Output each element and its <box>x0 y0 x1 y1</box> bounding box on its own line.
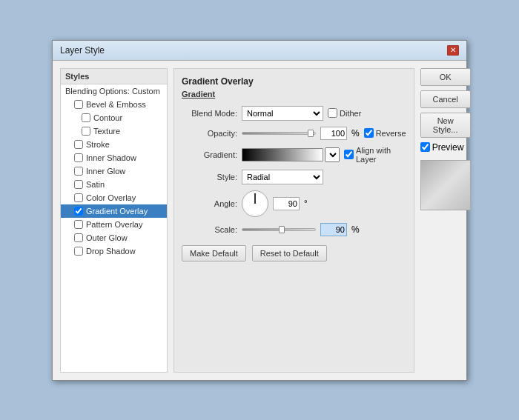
satin-checkbox[interactable] <box>74 180 83 189</box>
right-panel: OK Cancel New Style... Preview <box>420 68 471 373</box>
inner-shadow-label: Inner Shadow <box>86 153 136 162</box>
gradient-label: Gradient: <box>182 150 237 159</box>
color-overlay-label: Color Overlay <box>86 193 136 202</box>
angle-row: Angle: ° <box>182 190 406 217</box>
sidebar-item-contour[interactable]: Contour <box>61 111 167 124</box>
opacity-label: Opacity: <box>182 129 237 138</box>
gradient-preview[interactable] <box>242 148 323 161</box>
drop-shadow-checkbox[interactable] <box>74 247 83 256</box>
scale-slider[interactable] <box>242 228 316 231</box>
bevel-emboss-label: Bevel & Emboss <box>86 100 146 109</box>
opacity-unit: % <box>351 128 360 139</box>
sidebar-item-inner-shadow[interactable]: Inner Shadow <box>61 151 167 164</box>
gradient-controls: ▼ Align with Layer <box>242 146 406 164</box>
pattern-overlay-checkbox[interactable] <box>74 220 83 229</box>
outer-glow-label: Outer Glow <box>86 233 128 242</box>
inner-glow-checkbox[interactable] <box>74 167 83 176</box>
gradient-overlay-checkbox[interactable] <box>74 207 83 216</box>
left-panel-header: Styles <box>61 69 167 84</box>
reverse-label[interactable]: Reverse <box>364 128 406 138</box>
button-row: Make Default Reset to Default <box>182 245 406 261</box>
left-panel: Styles Blending Options: Custom Bevel & … <box>60 68 168 373</box>
sidebar-item-blending-options[interactable]: Blending Options: Custom <box>61 84 167 98</box>
satin-label: Satin <box>86 180 105 189</box>
section-title: Gradient Overlay <box>182 76 406 87</box>
blend-mode-row: Blend Mode: Normal Dither <box>182 106 406 121</box>
style-row: Style: Radial <box>182 170 406 184</box>
contour-checkbox[interactable] <box>82 113 90 122</box>
angle-controls: ° <box>242 190 406 217</box>
blending-options-label: Blending Options: Custom <box>65 87 160 96</box>
angle-unit: ° <box>304 199 308 209</box>
sidebar-item-pattern-overlay[interactable]: Pattern Overlay <box>61 218 167 231</box>
drop-shadow-label: Drop Shadow <box>86 247 136 256</box>
pattern-overlay-label: Pattern Overlay <box>86 220 142 229</box>
sidebar-item-gradient-overlay[interactable]: Gradient Overlay <box>61 204 167 218</box>
sidebar-item-color-overlay[interactable]: Color Overlay <box>61 191 167 204</box>
opacity-row: Opacity: % Reverse <box>182 127 406 140</box>
texture-label: Texture <box>93 127 120 136</box>
close-button[interactable]: ✕ <box>447 45 459 56</box>
align-layer-label[interactable]: Align with Layer <box>344 146 406 164</box>
scale-unit: % <box>351 224 360 235</box>
stroke-checkbox[interactable] <box>74 140 83 149</box>
preview-label: Preview <box>432 142 464 153</box>
angle-input[interactable] <box>273 197 300 210</box>
dither-label[interactable]: Dither <box>328 108 361 118</box>
preview-row: Preview <box>420 142 471 153</box>
new-style-button[interactable]: New Style... <box>420 113 471 138</box>
make-default-button[interactable]: Make Default <box>182 245 246 261</box>
sidebar-item-outer-glow[interactable]: Outer Glow <box>61 231 167 244</box>
opacity-slider[interactable] <box>242 132 316 135</box>
scale-thumb[interactable] <box>279 226 285 233</box>
color-overlay-checkbox[interactable] <box>74 193 83 202</box>
scale-controls: % <box>242 223 406 236</box>
angle-dial[interactable] <box>242 190 268 217</box>
gradient-dropdown[interactable]: ▼ <box>325 147 340 162</box>
texture-checkbox[interactable] <box>82 127 90 136</box>
opacity-thumb[interactable] <box>308 130 314 137</box>
scale-input[interactable] <box>320 223 347 236</box>
gradient-row: Gradient: ▼ Align with Layer <box>182 146 406 164</box>
dialog-title: Layer Style <box>60 45 105 56</box>
preview-box <box>420 160 471 210</box>
outer-glow-checkbox[interactable] <box>74 233 83 242</box>
dither-checkbox[interactable] <box>328 108 337 118</box>
layer-style-dialog: Layer Style ✕ Styles Blending Options: C… <box>52 40 467 381</box>
blend-mode-label: Blend Mode: <box>182 109 237 118</box>
bevel-emboss-checkbox[interactable] <box>74 100 83 109</box>
style-select[interactable]: Radial <box>242 170 323 184</box>
inner-glow-label: Inner Glow <box>86 167 125 176</box>
reset-default-button[interactable]: Reset to Default <box>252 245 327 261</box>
style-label: Style: <box>182 173 237 181</box>
blend-mode-select[interactable]: Normal <box>242 106 323 121</box>
sidebar-item-satin[interactable]: Satin <box>61 178 167 191</box>
align-layer-checkbox[interactable] <box>344 150 354 159</box>
reverse-checkbox[interactable] <box>364 128 374 138</box>
inner-shadow-checkbox[interactable] <box>74 153 83 162</box>
ok-button[interactable]: OK <box>420 68 471 86</box>
dialog-body: Styles Blending Options: Custom Bevel & … <box>53 61 466 380</box>
section-subtitle: Gradient <box>182 90 406 99</box>
opacity-controls: % Reverse <box>242 127 406 140</box>
gradient-overlay-label: Gradient Overlay <box>86 207 148 216</box>
blend-mode-controls: Normal Dither <box>242 106 406 121</box>
scale-label: Scale: <box>182 225 237 234</box>
style-controls: Radial <box>242 170 406 184</box>
main-panel: Gradient Overlay Gradient Blend Mode: No… <box>173 68 414 373</box>
angle-label: Angle: <box>182 199 237 208</box>
sidebar-item-drop-shadow[interactable]: Drop Shadow <box>61 244 167 258</box>
sidebar-item-texture[interactable]: Texture <box>61 124 167 138</box>
cancel-button[interactable]: Cancel <box>420 90 471 108</box>
preview-checkbox[interactable] <box>420 142 430 152</box>
scale-row: Scale: % <box>182 223 406 236</box>
stroke-label: Stroke <box>86 140 110 149</box>
title-bar: Layer Style ✕ <box>53 41 466 61</box>
contour-label: Contour <box>93 113 122 122</box>
opacity-input[interactable] <box>320 127 347 140</box>
sidebar-item-inner-glow[interactable]: Inner Glow <box>61 164 167 178</box>
sidebar-item-bevel-emboss[interactable]: Bevel & Emboss <box>61 98 167 111</box>
sidebar-item-stroke[interactable]: Stroke <box>61 138 167 151</box>
